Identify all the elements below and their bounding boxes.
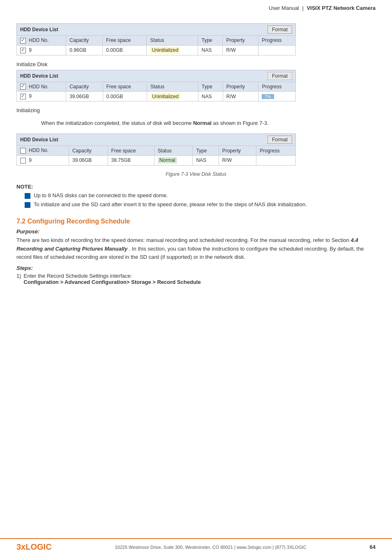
col2-free-space: Free space xyxy=(103,82,147,92)
row2-status: Uninitialized xyxy=(147,92,198,101)
format-button-2[interactable]: Format xyxy=(267,72,292,80)
col-hdd-no: HDD No. xyxy=(17,36,66,46)
col3-free-space: Free space xyxy=(108,146,154,156)
col2-status: Status xyxy=(147,82,198,92)
footer-page-num: 64 xyxy=(370,544,376,550)
col3-capacity: Capacity xyxy=(69,146,108,156)
col3-hdd-no: HDD No. xyxy=(17,146,69,156)
logo-logic: LOGIC xyxy=(25,542,51,551)
row1-progress xyxy=(258,45,296,55)
row3-checkbox[interactable] xyxy=(20,158,26,164)
note-bullet-2 xyxy=(25,202,30,208)
figure-title: View Disk Status xyxy=(189,171,226,177)
initialize-disk-label: Initialize Disk xyxy=(16,61,376,67)
col-capacity-1: Capacity xyxy=(66,36,103,46)
init-bold: Normal xyxy=(193,120,212,126)
body-text-1: There are two kinds of recording for the… xyxy=(16,236,376,262)
row1-checkbox[interactable] xyxy=(20,48,26,53)
header2-checkbox[interactable] xyxy=(20,84,26,90)
hdd-title-3: HDD Device List xyxy=(20,137,58,143)
note-text-1: Up to 8 NAS disks can be connected to th… xyxy=(34,192,168,198)
col-progress-1: Progress xyxy=(258,36,296,46)
col2-hdd-no: HDD No. xyxy=(17,82,66,92)
figure-num: Figure 7-3 xyxy=(166,171,188,177)
status-badge-1: Uninitialized xyxy=(150,47,180,53)
section-72-title-text: Configuring Recording Schedule xyxy=(28,218,130,225)
row1-property: R/W xyxy=(223,45,258,55)
note-bullet-1 xyxy=(25,193,30,199)
init-text-para: When the initialization completed, the s… xyxy=(41,119,376,128)
row2-no: 9 xyxy=(17,92,66,101)
col3-status: Status xyxy=(154,146,193,156)
header3-checkbox[interactable] xyxy=(20,148,26,154)
hdd-header-row-1: HDD Device List Format xyxy=(16,23,296,35)
status-badge-2: Uninitialized xyxy=(150,93,180,100)
hdd-header-row-3: HDD Device List Format xyxy=(16,134,296,145)
status-badge-3: Normal xyxy=(158,157,177,164)
note-text-2: To initialize and use the SD card after … xyxy=(34,201,307,207)
hdd-col-headers-2: HDD No. Capacity Free space Status Type … xyxy=(17,82,296,92)
row1-no: 9 xyxy=(17,45,66,55)
col-property-1: Property xyxy=(223,36,258,46)
hdd-table-3: HDD No. Capacity Free space Status Type … xyxy=(16,145,296,166)
hdd-title-2: HDD Device List xyxy=(20,73,58,79)
row2-capacity: 39.06GB xyxy=(66,92,103,101)
step-1-text: Enter the Record Schedule Settings inter… xyxy=(24,273,132,279)
section-72-heading: 7.2 Configuring Recording Schedule xyxy=(16,218,376,225)
hdd-section-1: HDD Device List Format HDD No. Capacity … xyxy=(16,23,376,55)
logo-3x: 3x xyxy=(16,542,25,551)
hdd-section-2: HDD Device List Format HDD No. Capacity … xyxy=(16,70,376,102)
hdd-table-2: HDD No. Capacity Free space Status Type … xyxy=(16,82,296,102)
footer-logo: 3xLOGIC xyxy=(16,542,52,552)
hdd-row-2: 9 39.06GB 0.00GB Uninitialized NAS R/W 7… xyxy=(17,92,296,101)
hdd-row-3: 9 39.06GB 38.75GB Normal NAS R/W xyxy=(17,155,296,165)
format-button-3[interactable]: Format xyxy=(267,136,292,144)
page-header: User Manual | VISIX PTZ Network Camera xyxy=(0,0,392,15)
note-title: NOTE: xyxy=(16,184,376,190)
step-1-config: Configuration > Advanced Configuration> … xyxy=(24,279,201,285)
hdd-row-1: 9 0.96GB 0.00GB Uninitialized NAS R/W xyxy=(17,45,296,55)
step-1-content: Enter the Record Schedule Settings inter… xyxy=(24,273,201,285)
hdd-title-1: HDD Device List xyxy=(20,27,58,32)
row3-property: R/W xyxy=(219,155,256,165)
row2-free-space: 0.00GB xyxy=(103,92,147,101)
page-footer: 3xLOGIC 10225 Westmoor Drive, Suite 300,… xyxy=(0,538,392,555)
body-text-before: There are two kinds of recording for the… xyxy=(16,237,349,243)
hdd-col-headers-3: HDD No. Capacity Free space Status Type … xyxy=(17,146,296,156)
col-type-1: Type xyxy=(198,36,223,46)
format-button-1[interactable]: Format xyxy=(267,25,292,34)
row3-capacity: 39.06GB xyxy=(69,155,108,165)
note-item-1: Up to 8 NAS disks can be connected to th… xyxy=(25,192,376,199)
purpose-label: Purpose: xyxy=(16,228,376,235)
row1-status: Uninitialized xyxy=(147,45,198,55)
row3-status: Normal xyxy=(154,155,193,165)
col2-capacity: Capacity xyxy=(66,82,103,92)
col-free-space-1: Free space xyxy=(103,36,147,46)
col2-progress: Progress xyxy=(258,82,296,92)
progress-bar-2: 7% xyxy=(262,94,274,99)
header-checkbox-1[interactable] xyxy=(20,38,26,44)
row2-type: NAS xyxy=(198,92,223,101)
note-list: Up to 8 NAS disks can be connected to th… xyxy=(16,192,376,208)
col2-property: Property xyxy=(223,82,258,92)
figure-caption: Figure 7-3 View Disk Status xyxy=(16,171,376,177)
row3-progress xyxy=(256,155,296,165)
col-status-1: Status xyxy=(147,36,198,46)
row3-type: NAS xyxy=(193,155,219,165)
col3-property: Property xyxy=(219,146,256,156)
header-product: VISIX PTZ Network Camera xyxy=(307,5,376,11)
footer-address: 10225 Westmoor Drive, Suite 300, Westmin… xyxy=(115,545,306,550)
step-1: 1) Enter the Record Schedule Settings in… xyxy=(16,273,376,285)
col3-type: Type xyxy=(193,146,219,156)
row1-free-space: 0.00GB xyxy=(103,45,147,55)
header-pipe: | xyxy=(302,5,305,11)
init-text-after: as shown in Figure 7-3. xyxy=(213,120,268,126)
steps-list: 1) Enter the Record Schedule Settings in… xyxy=(16,273,376,285)
row2-progress: 7% xyxy=(258,92,296,101)
row1-type: NAS xyxy=(198,45,223,55)
row2-property: R/W xyxy=(223,92,258,101)
section-72-num: 7.2 xyxy=(16,218,25,225)
row2-checkbox[interactable] xyxy=(20,94,26,99)
col2-type: Type xyxy=(198,82,223,92)
hdd-section-3: HDD Device List Format HDD No. Capacity … xyxy=(16,134,376,166)
